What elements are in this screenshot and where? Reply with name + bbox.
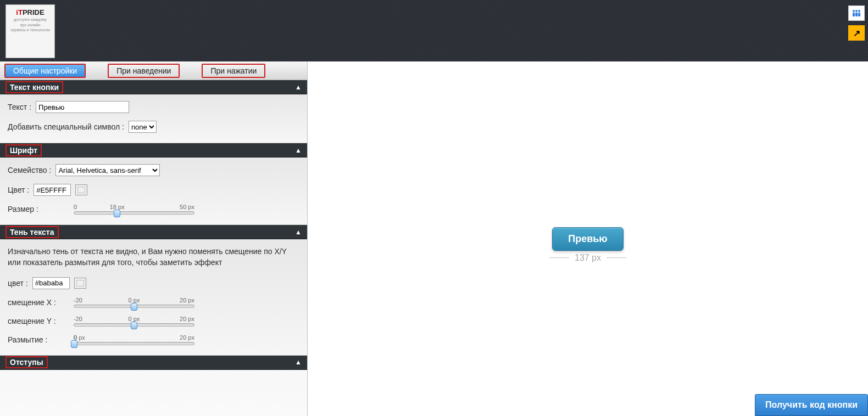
svg-rect-5 <box>858 13 860 16</box>
font-color-label: Цвет : <box>8 185 29 194</box>
section-title-text: Текст кнопки <box>10 83 59 92</box>
get-code-button[interactable]: Получить код кнопки <box>755 394 868 416</box>
symbol-label: Добавить специальный символ : <box>8 122 124 131</box>
collapse-icon: ▲ <box>295 358 302 366</box>
tab-hover[interactable]: При наведении <box>108 64 180 78</box>
font-size-slider[interactable]: 0 18 px 50 px <box>74 204 194 215</box>
slider-thumb[interactable] <box>131 303 137 311</box>
shadow-offx-label: смещение X : <box>8 298 63 307</box>
button-text-input[interactable] <box>36 101 129 113</box>
width-line-left <box>549 257 569 258</box>
people-icon[interactable] <box>848 5 865 21</box>
slider-thumb[interactable] <box>131 322 137 329</box>
section-body-font: Семейство : Arial, Helvetica, sans-serif… <box>0 158 307 225</box>
tabs-bar: Общие настройки При наведении При нажати… <box>0 61 307 80</box>
arrow-glyph: ↗ <box>853 28 860 38</box>
logo-rest: PRIDE <box>23 8 44 16</box>
slider-thumb[interactable] <box>114 210 120 217</box>
svg-point-2 <box>858 10 860 12</box>
shadow-desc: Изначально тень от текста не видно, и Ва… <box>8 246 299 268</box>
section-header-shadow[interactable]: Тень текста ▲ <box>0 225 307 239</box>
tab-press[interactable]: При нажатии <box>202 64 265 78</box>
svg-point-0 <box>853 10 855 12</box>
shadow-offy-slider[interactable]: -20 0 px 20 px <box>74 316 194 327</box>
font-color-input[interactable] <box>34 184 71 196</box>
svg-point-1 <box>855 10 858 12</box>
top-bar: iTPRIDE доступно каждому про онлайн серв… <box>0 0 868 61</box>
font-size-label: Размер : <box>8 205 63 213</box>
width-line-right <box>607 257 626 258</box>
preview-pane: Превью 137 px Получить код кнопки <box>308 61 868 416</box>
logo-brand: iTPRIDE <box>16 8 44 16</box>
font-color-swatch[interactable] <box>75 184 87 195</box>
section-body-text: Текст : Добавить специальный символ : no… <box>0 94 307 143</box>
font-family-label: Семейство : <box>8 166 51 175</box>
shadow-offy-label: смещение Y : <box>8 317 63 325</box>
collapse-icon: ▲ <box>295 228 302 236</box>
section-header-font[interactable]: Шрифт ▲ <box>0 143 307 158</box>
svg-rect-4 <box>855 13 858 16</box>
logo-sub2: про онлайн <box>20 23 40 27</box>
shadow-offx-slider[interactable]: -20 0 px 20 px <box>74 297 194 308</box>
offx-max: 20 px <box>180 297 194 303</box>
collapse-icon: ▲ <box>295 83 302 91</box>
width-indicator: 137 px <box>549 253 626 263</box>
slider-thumb[interactable] <box>71 340 77 348</box>
logo-sub1: доступно каждому <box>14 18 47 22</box>
offy-max: 20 px <box>180 316 194 322</box>
arrow-icon[interactable]: ↗ <box>848 25 865 41</box>
offy-min: -20 <box>74 316 82 322</box>
offx-min: -20 <box>74 297 82 303</box>
logo-letter-t: T <box>18 8 23 16</box>
tab-general[interactable]: Общие настройки <box>4 64 86 78</box>
top-right-badges: ↗ <box>848 5 865 41</box>
section-title-font: Шрифт <box>10 146 37 155</box>
collapse-icon: ▲ <box>295 147 302 154</box>
font-size-min: 0 <box>74 204 77 210</box>
settings-panel: Общие настройки При наведении При нажати… <box>0 61 308 416</box>
preview-button[interactable]: Превью <box>552 227 623 251</box>
workspace: Общие настройки При наведении При нажати… <box>0 61 868 416</box>
shadow-color-input[interactable] <box>32 277 70 289</box>
section-body-shadow: Изначально тень от текста не видно, и Ва… <box>0 239 307 356</box>
text-label: Текст : <box>8 103 31 111</box>
width-value: 137 px <box>575 253 601 263</box>
shadow-blur-label: Размытие : <box>8 335 63 344</box>
font-size-max: 50 px <box>180 204 194 210</box>
logo-sub3: сервисы и технологии <box>10 28 50 32</box>
blur-max: 20 px <box>180 334 194 341</box>
section-title-padding: Отступы <box>10 358 43 367</box>
section-title-shadow: Тень текста <box>10 228 54 237</box>
shadow-color-swatch[interactable] <box>74 278 86 289</box>
logo[interactable]: iTPRIDE доступно каждому про онлайн серв… <box>5 4 55 58</box>
shadow-color-label: цвет : <box>8 279 28 288</box>
svg-rect-3 <box>853 13 855 16</box>
symbol-select[interactable]: none <box>129 121 157 133</box>
font-family-select[interactable]: Arial, Helvetica, sans-serif <box>55 164 160 176</box>
shadow-blur-slider[interactable]: 0 0 px 20 px <box>74 334 194 345</box>
section-header-text[interactable]: Текст кнопки ▲ <box>0 80 307 94</box>
section-header-padding[interactable]: Отступы ▲ <box>0 356 307 370</box>
